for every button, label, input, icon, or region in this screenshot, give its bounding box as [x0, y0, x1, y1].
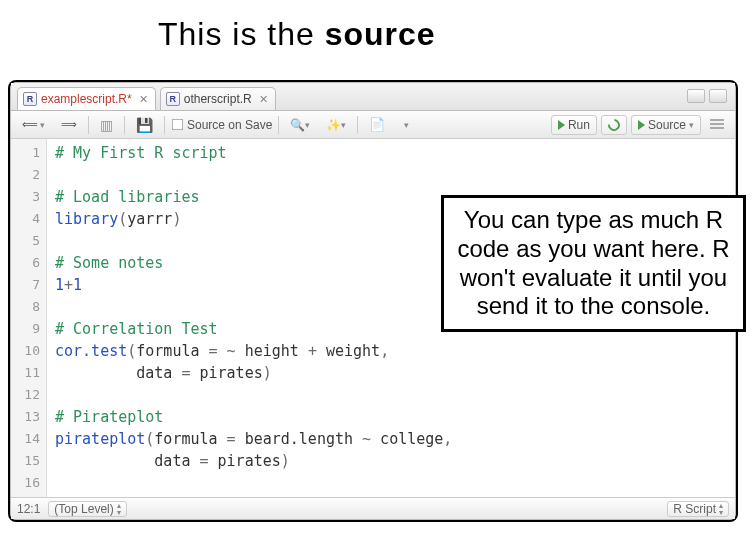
- code-line[interactable]: 1+1: [55, 274, 452, 296]
- line-number: 9: [11, 318, 40, 340]
- rerun-button[interactable]: [601, 115, 627, 135]
- line-number: 13: [11, 406, 40, 428]
- run-label: Run: [568, 118, 590, 132]
- rscript-icon: R: [166, 92, 180, 106]
- tab-label: examplescript.R*: [41, 92, 132, 106]
- tab-label: otherscript.R: [184, 92, 252, 106]
- code-line[interactable]: [55, 472, 452, 494]
- rerun-icon: [606, 116, 623, 133]
- overlay-title-a: This is the: [158, 16, 325, 52]
- chevron-down-icon: ▾: [40, 120, 45, 130]
- status-right: R Script ▴▾: [659, 501, 729, 517]
- code-line[interactable]: [55, 384, 452, 406]
- updown-icon: ▴▾: [719, 502, 723, 516]
- line-number: 3: [11, 186, 40, 208]
- code-line[interactable]: # Some notes: [55, 252, 452, 274]
- line-number: 2: [11, 164, 40, 186]
- code-tools-button[interactable]: ✨▾: [321, 115, 351, 135]
- code-text[interactable]: # My First R script # Load librarieslibr…: [47, 139, 452, 497]
- code-line[interactable]: [55, 230, 452, 252]
- filetype-selector[interactable]: R Script ▴▾: [667, 501, 729, 517]
- separator: [164, 116, 165, 134]
- line-number: 4: [11, 208, 40, 230]
- filetype-label: R Script: [673, 502, 716, 516]
- overlay-title: This is the source: [148, 12, 446, 57]
- chevron-down-icon: ▾: [689, 120, 694, 130]
- save-button[interactable]: 💾: [131, 115, 158, 135]
- scope-selector[interactable]: (Top Level) ▴▾: [48, 501, 126, 517]
- separator: [357, 116, 358, 134]
- separator: [88, 116, 89, 134]
- line-number: 11: [11, 362, 40, 384]
- find-replace-button[interactable]: 🔍▾: [285, 115, 315, 135]
- editor-toolbar: ⟸▾ ⟹ ▥ 💾 Source on Save 🔍▾ ✨▾ 📄 ▾ Run: [11, 111, 735, 139]
- line-number: 12: [11, 384, 40, 406]
- line-number: 15: [11, 450, 40, 472]
- code-line[interactable]: [55, 164, 452, 186]
- overlay-title-b: source: [325, 16, 436, 52]
- source-button[interactable]: Source ▾: [631, 115, 701, 135]
- chevron-down-icon: ▾: [341, 120, 346, 130]
- maximize-pane-icon[interactable]: [709, 89, 727, 103]
- updown-icon: ▴▾: [117, 502, 121, 516]
- line-number: 7: [11, 274, 40, 296]
- line-number: 10: [11, 340, 40, 362]
- tab-bar: R examplescript.R* ✕ R otherscript.R ✕: [11, 83, 735, 111]
- line-number: 14: [11, 428, 40, 450]
- code-line[interactable]: library(yarrr): [55, 208, 452, 230]
- source-label: Source: [648, 118, 686, 132]
- cursor-position: 12:1: [17, 502, 40, 516]
- code-line[interactable]: data = pirates): [55, 362, 452, 384]
- close-icon[interactable]: ✕: [256, 93, 268, 106]
- close-icon[interactable]: ✕: [136, 93, 148, 106]
- compile-report-button[interactable]: 📄: [364, 115, 390, 135]
- code-line[interactable]: data = pirates): [55, 450, 452, 472]
- source-on-save-checkbox[interactable]: Source on Save: [171, 118, 272, 132]
- pane-controls: [687, 89, 727, 103]
- source-icon: [638, 120, 645, 130]
- line-number: 8: [11, 296, 40, 318]
- toolbar-right: Run Source ▾: [551, 115, 729, 135]
- separator: [124, 116, 125, 134]
- code-line[interactable]: # My First R script: [55, 142, 452, 164]
- rscript-icon: R: [23, 92, 37, 106]
- arrow-left-icon: ⟸: [22, 118, 38, 131]
- code-line[interactable]: # Pirateplot: [55, 406, 452, 428]
- minimize-pane-icon[interactable]: [687, 89, 705, 103]
- line-number: 16: [11, 472, 40, 494]
- source-on-save-input[interactable]: [172, 119, 184, 131]
- tab-otherscript[interactable]: R otherscript.R ✕: [160, 87, 276, 110]
- status-bar: 12:1 (Top Level) ▴▾ R Script ▴▾: [11, 497, 735, 519]
- code-line[interactable]: [55, 296, 452, 318]
- run-icon: [558, 120, 565, 130]
- back-button[interactable]: ⟸▾: [17, 115, 50, 135]
- outline-button[interactable]: [705, 115, 729, 135]
- code-line[interactable]: pirateplot(formula = beard.length ~ coll…: [55, 428, 452, 450]
- line-gutter: 12345678910111213141516: [11, 139, 47, 497]
- code-line[interactable]: # Load libraries: [55, 186, 452, 208]
- separator: [278, 116, 279, 134]
- code-line[interactable]: cor.test(formula = ~ height + weight,: [55, 340, 452, 362]
- tab-examplescript[interactable]: R examplescript.R* ✕: [17, 87, 156, 110]
- line-number: 1: [11, 142, 40, 164]
- run-button[interactable]: Run: [551, 115, 597, 135]
- chevron-down-icon[interactable]: ▾: [396, 115, 416, 135]
- overlay-callout: You can type as much R code as you want …: [441, 195, 746, 332]
- arrow-right-icon: ⟹: [61, 118, 77, 131]
- source-on-save-label: Source on Save: [187, 118, 272, 132]
- line-number: 6: [11, 252, 40, 274]
- scope-label: (Top Level): [54, 502, 113, 516]
- outline-icon: [710, 119, 724, 130]
- forward-button[interactable]: ⟹: [56, 115, 82, 135]
- show-in-new-window-button[interactable]: ▥: [95, 115, 118, 135]
- line-number: 5: [11, 230, 40, 252]
- code-line[interactable]: # Correlation Test: [55, 318, 452, 340]
- chevron-down-icon: ▾: [305, 120, 310, 130]
